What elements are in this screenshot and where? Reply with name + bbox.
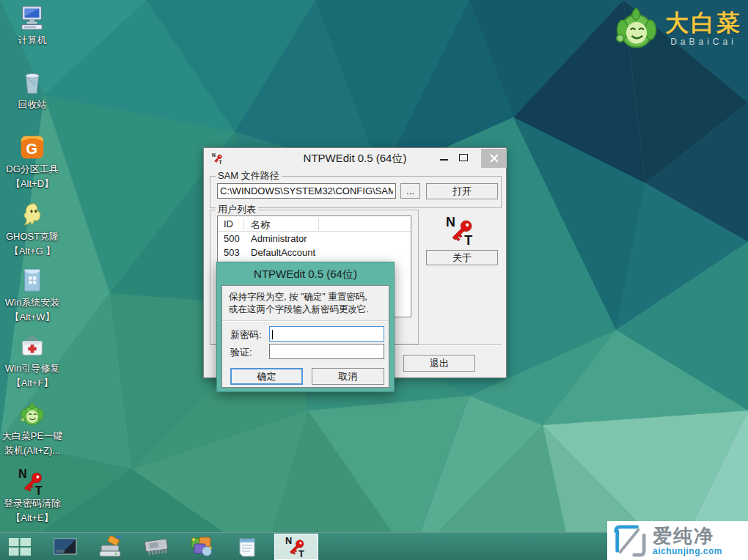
sam-path-input[interactable] <box>217 183 396 199</box>
desktop-icon-label: 计算机 <box>0 34 65 47</box>
user-list-group-label: 用户列表 <box>216 205 258 215</box>
close-icon[interactable] <box>481 149 507 168</box>
nt-logo-icon <box>445 215 477 246</box>
desktop-icon-password-clear[interactable]: 登录密码清除 【Alt+E】 <box>0 468 65 525</box>
aichunjing-watermark: 爱纯净 aichunjing.com <box>607 521 748 560</box>
ghost-icon <box>18 201 46 229</box>
nt-key-icon <box>285 536 307 558</box>
text-caret <box>272 330 273 339</box>
taskbar-memory-tool[interactable] <box>139 534 173 560</box>
ok-button[interactable]: 确定 <box>230 368 303 385</box>
recycle-bin-icon <box>18 69 46 97</box>
taskbar-desktop-preview[interactable] <box>48 534 82 560</box>
user-row-administrator[interactable]: 500 Administrator <box>218 232 411 246</box>
watermark-title: 爱纯净 <box>653 526 722 545</box>
desktop-icon-computer[interactable]: 计算机 <box>0 4 65 48</box>
sam-path-group-label: SAM 文件路径 <box>216 171 282 181</box>
start-button[interactable] <box>3 534 37 560</box>
cabbage-mascot-icon <box>612 4 661 53</box>
about-button[interactable]: 关于 <box>426 250 498 265</box>
nt-key-icon <box>18 468 46 495</box>
taskbar-image-viewer[interactable] <box>185 534 219 560</box>
taskbar-ntpwedit[interactable] <box>274 534 318 560</box>
computer-icon <box>18 4 46 32</box>
first-aid-kit-icon <box>18 333 46 361</box>
win-install-icon <box>18 267 46 295</box>
desktop-icon-win-install[interactable]: Win系统安装 【Alt+W】 <box>0 267 65 324</box>
verify-input[interactable] <box>269 344 384 359</box>
notepad-icon <box>237 536 257 558</box>
diskgenius-icon: G <box>18 133 46 161</box>
ntpwedit-titlebar[interactable]: NTPWEdit 0.5 (64位) <box>204 148 506 169</box>
password-dialog: NTPWEdit 0.5 (64位) 保持字段为空, 按 "确定" 重置密码, … <box>216 262 395 392</box>
image-viewer-icon <box>190 536 213 558</box>
desktop-icon-boot-repair[interactable]: Win引导修复 【Alt+F】 <box>0 333 65 390</box>
exit-button[interactable]: 退出 <box>403 355 475 372</box>
minimize-icon[interactable] <box>440 159 448 161</box>
verify-label: 验证: <box>230 346 252 359</box>
user-row-defaultaccount[interactable]: 503 DefaultAccount <box>218 246 411 259</box>
dialog-message-line1: 保持字段为空, 按 "确定" 重置密码, <box>229 291 369 303</box>
new-password-label: 新密码: <box>230 328 262 342</box>
taskbar-notepad[interactable] <box>230 534 264 560</box>
desktop-preview-icon <box>54 538 77 556</box>
dabaicai-logo: 大白菜 DaBaiCai <box>612 4 742 53</box>
desktop-icon-diskgenius[interactable]: G DG分区工具 【Alt+D】 <box>0 133 65 191</box>
windows-logo-icon <box>9 538 31 556</box>
open-button[interactable]: 打开 <box>426 183 498 199</box>
svg-text:G: G <box>26 141 37 157</box>
maximize-icon[interactable] <box>459 154 468 161</box>
new-password-input[interactable] <box>269 326 384 342</box>
taskbar-disk-tool[interactable] <box>94 534 128 560</box>
brand-name-en: DaBaiCai <box>670 37 737 46</box>
disk-cleanup-icon <box>99 536 122 558</box>
aichunjing-logo-icon <box>613 524 647 558</box>
separator <box>222 320 389 321</box>
desktop-icon-ghost[interactable]: GHOST克隆 【Alt+G 】 <box>0 201 65 258</box>
memory-chip-icon <box>144 537 169 556</box>
dialog-title: NTPWEdit 0.5 (64位) <box>217 268 394 281</box>
user-list-header: ID 名称 <box>218 216 411 232</box>
watermark-domain: aichunjing.com <box>653 547 722 556</box>
cabbage-icon <box>18 400 46 428</box>
desktop-icon-recycle-bin[interactable]: 回收站 <box>0 69 65 113</box>
column-header-id[interactable]: ID <box>224 218 233 229</box>
cancel-button[interactable]: 取消 <box>312 368 384 385</box>
dialog-body: 保持字段为空, 按 "确定" 重置密码, 或在这两个字段输入新密码更改它. 新密… <box>221 285 389 388</box>
dialog-message-line2: 或在这两个字段输入新密码更改它. <box>229 303 369 316</box>
column-header-name[interactable]: 名称 <box>251 218 270 232</box>
desktop-icon-dabaicai-pe[interactable]: 大白菜PE一键 装机(Alt+Z)... <box>0 400 65 457</box>
browse-button[interactable]: ... <box>400 183 420 199</box>
brand-name-cn: 大白菜 <box>665 11 742 34</box>
